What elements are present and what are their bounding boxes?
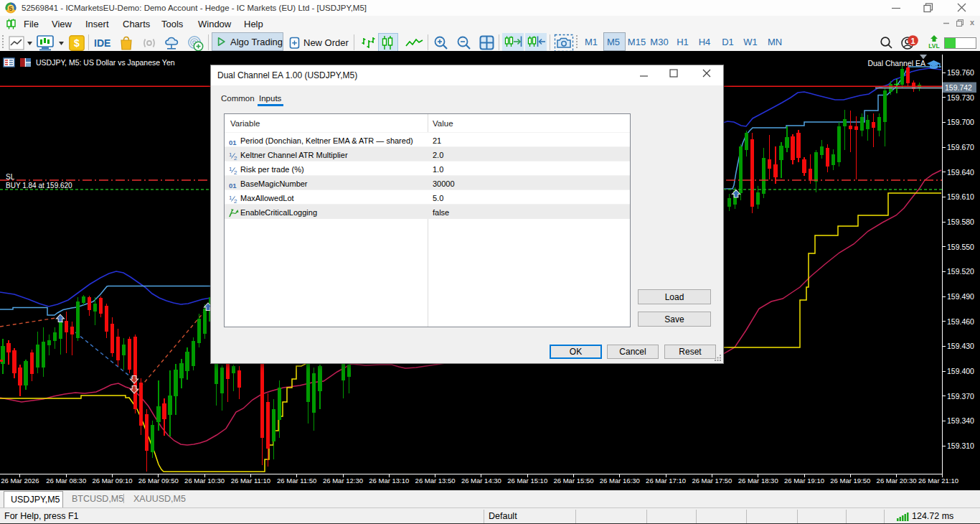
svg-text:Dual Channel EA: Dual Channel EA <box>867 59 925 67</box>
svg-text:26 Mar 12:30: 26 Mar 12:30 <box>323 477 363 485</box>
svg-text:159.730: 159.730 <box>947 93 974 102</box>
svg-text:26 Mar 20:30: 26 Mar 20:30 <box>877 477 917 485</box>
svg-text:159.490: 159.490 <box>947 292 974 301</box>
svg-text:26 Mar 21:10: 26 Mar 21:10 <box>918 477 958 485</box>
svg-text:26 Mar 17:50: 26 Mar 17:50 <box>692 477 732 485</box>
svg-text:$: $ <box>74 37 80 49</box>
svg-text:01: 01 <box>229 139 237 146</box>
svg-text:159.370: 159.370 <box>947 392 974 401</box>
svg-text:159.670: 159.670 <box>947 143 974 151</box>
svg-text:2: 2 <box>234 169 237 174</box>
svg-text:159.400: 159.400 <box>947 367 974 375</box>
svg-text:159.700: 159.700 <box>947 118 974 126</box>
svg-text:26 Mar 10:30: 26 Mar 10:30 <box>184 477 225 485</box>
svg-text:BUY 1.84 at 159.620: BUY 1.84 at 159.620 <box>6 182 72 190</box>
svg-text:159.460: 159.460 <box>947 317 974 326</box>
svg-text:26 Mar 09:50: 26 Mar 09:50 <box>138 477 179 485</box>
svg-text:159.550: 159.550 <box>947 243 974 251</box>
svg-text:26 Mar 08:30: 26 Mar 08:30 <box>46 477 86 485</box>
svg-text:2: 2 <box>234 155 237 160</box>
svg-text:26 Mar 19:50: 26 Mar 19:50 <box>830 477 870 485</box>
svg-text:159.340: 159.340 <box>947 416 974 425</box>
svg-text:01: 01 <box>229 182 237 189</box>
svg-text:2: 2 <box>234 198 237 203</box>
svg-text:26 Mar 14:30: 26 Mar 14:30 <box>461 477 501 485</box>
svg-text:26 Mar 19:10: 26 Mar 19:10 <box>784 477 824 485</box>
svg-text:26 Mar 09:10: 26 Mar 09:10 <box>93 477 133 485</box>
svg-text:26 Mar 2026: 26 Mar 2026 <box>1 477 39 485</box>
svg-text:159.742: 159.742 <box>945 83 972 92</box>
svg-text:26 Mar 18:30: 26 Mar 18:30 <box>738 477 778 485</box>
svg-text:USDJPY, M5: US Dollar vs Japa: USDJPY, M5: US Dollar vs Japanese Yen <box>36 58 175 67</box>
svg-text:26 Mar 11:50: 26 Mar 11:50 <box>277 477 316 485</box>
svg-text:159.760: 159.760 <box>947 68 974 77</box>
svg-text:5: 5 <box>9 4 13 12</box>
svg-text:1: 1 <box>910 37 915 45</box>
svg-text:26 Mar 13:10: 26 Mar 13:10 <box>369 477 409 485</box>
svg-text:26 Mar 17:10: 26 Mar 17:10 <box>646 477 686 485</box>
svg-text:159.580: 159.580 <box>947 217 974 226</box>
svg-text:26 Mar 16:30: 26 Mar 16:30 <box>600 477 640 485</box>
svg-text:SL: SL <box>6 173 15 181</box>
svg-text:159.430: 159.430 <box>947 342 974 350</box>
svg-text:26 Mar 11:10: 26 Mar 11:10 <box>231 477 270 485</box>
svg-text:159.640: 159.640 <box>947 168 974 177</box>
svg-text:159.310: 159.310 <box>947 441 974 450</box>
svg-text:159.610: 159.610 <box>947 192 974 201</box>
svg-text:LVL: LVL <box>928 42 939 49</box>
svg-text:26 Mar 15:10: 26 Mar 15:10 <box>507 477 547 485</box>
svg-text:159.520: 159.520 <box>947 267 974 276</box>
svg-text:26 Mar 13:50: 26 Mar 13:50 <box>415 477 456 485</box>
svg-text:26 Mar 15:50: 26 Mar 15:50 <box>554 477 594 485</box>
